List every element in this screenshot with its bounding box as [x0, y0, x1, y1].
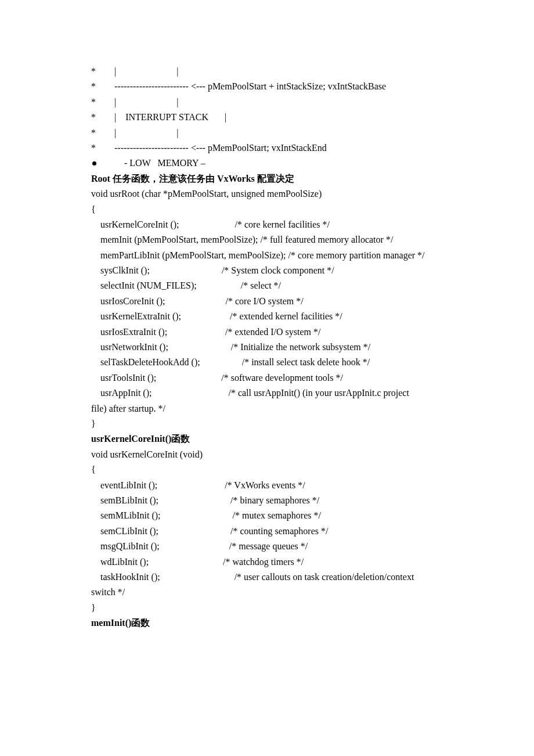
- code-line: void usrKernelCoreInit (void): [91, 447, 444, 462]
- code-line: semBLibInit (); /* binary semaphores */: [91, 493, 444, 508]
- code-line: selectInit (NUM_FILES); /* select */: [91, 278, 444, 293]
- bullet-icon: [92, 161, 96, 165]
- heading-root-task: Root 任务函数，注意该任务由 VxWorks 配置决定: [91, 171, 444, 186]
- diagram-line: * ------------------------ <--- pMemPool…: [91, 79, 444, 94]
- code-line: wdLibInit (); /* watchdog timers */: [91, 555, 444, 570]
- code-line: selTaskDeleteHookAdd (); /* install sele…: [91, 355, 444, 370]
- code-line: memInit (pMemPoolStart, memPoolSize); /*…: [91, 232, 444, 247]
- code-line: {: [91, 462, 444, 477]
- code-line: usrIosExtraInit (); /* extended I/O syst…: [91, 325, 444, 340]
- code-line: file) after startup. */: [91, 401, 444, 416]
- code-line: msgQLibInit (); /* message queues */: [91, 539, 444, 554]
- code-line: {: [91, 202, 444, 217]
- code-line: usrIosCoreInit (); /* core I/O system */: [91, 294, 444, 309]
- diagram-line: * | |: [91, 64, 444, 79]
- code-line: usrNetworkInit (); /* Initialize the net…: [91, 340, 444, 355]
- low-memory-text: - LOW MEMORY –: [124, 156, 205, 171]
- code-line: usrToolsInit (); /* software development…: [91, 370, 444, 386]
- code-line: }: [91, 600, 444, 615]
- low-memory-line: - LOW MEMORY –: [91, 156, 444, 171]
- heading-meminit: memInit()函数: [91, 615, 444, 631]
- diagram-line: * | |: [91, 95, 444, 110]
- code-line: usrKernelCoreInit (); /* core kernel fac…: [91, 217, 444, 232]
- document-page: * | | * ------------------------ <--- pM…: [0, 0, 534, 756]
- diagram-line: * | |: [91, 125, 444, 141]
- diagram-line: * ------------------------ <--- pMemPool…: [91, 141, 444, 156]
- code-line: taskHookInit (); /* user callouts on tas…: [91, 570, 444, 585]
- code-line: void usrRoot (char *pMemPoolStart, unsig…: [91, 186, 444, 201]
- code-line: switch */: [91, 585, 444, 600]
- code-line: }: [91, 416, 444, 431]
- code-line: semMLibInit (); /* mutex semaphores */: [91, 508, 444, 523]
- code-line: sysClkInit (); /* System clock component…: [91, 263, 444, 278]
- code-line: semCLibInit (); /* counting semaphores *…: [91, 524, 444, 539]
- diagram-line: * | INTERRUPT STACK |: [91, 110, 444, 125]
- code-line: usrAppInit (); /* call usrAppInit() (in …: [91, 386, 444, 401]
- code-line: memPartLibInit (pMemPoolStart, memPoolSi…: [91, 248, 444, 263]
- code-line: usrKernelExtraInit (); /* extended kerne…: [91, 309, 444, 324]
- heading-usrkernelcoreinit: usrKernelCoreInit()函数: [91, 431, 444, 447]
- code-line: eventLibInit (); /* VxWorks events */: [91, 478, 444, 493]
